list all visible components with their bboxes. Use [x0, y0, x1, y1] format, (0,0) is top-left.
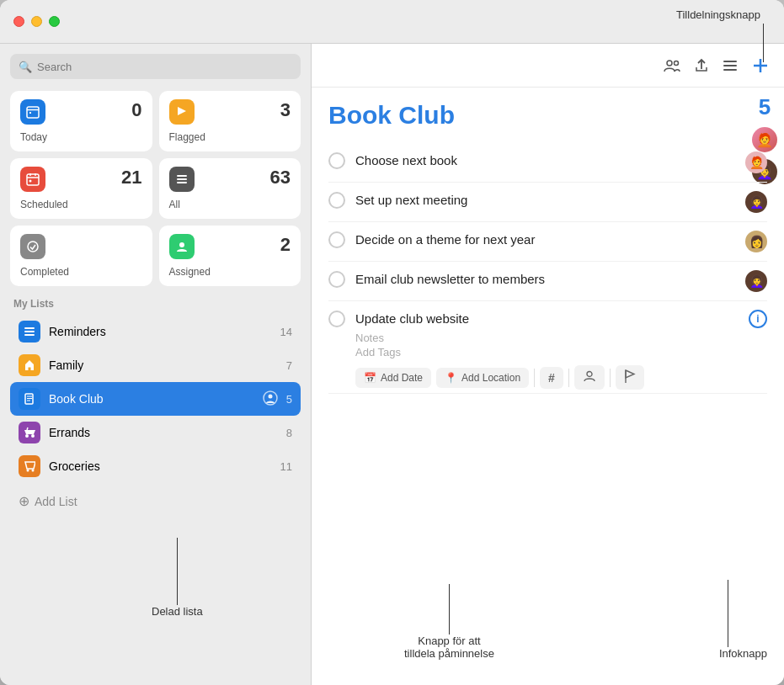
task-checkbox-4[interactable] — [328, 271, 345, 288]
assigned-label: Assigned — [169, 266, 291, 278]
close-button[interactable] — [13, 16, 24, 27]
task-action-bar: 📅 Add Date 📍 Add Location # — [328, 365, 767, 390]
maximize-button[interactable] — [49, 16, 60, 27]
add-list-row[interactable]: ⊕ Add List — [10, 486, 301, 516]
detail-panel: 5 🧑‍🦰 👩‍🦱 Book Club Choose next book 🧑‍🦰… — [312, 44, 784, 685]
task-row: Choose next book 🧑‍🦰 — [328, 143, 767, 183]
errands-label: Errands — [49, 426, 278, 439]
reminders-icon — [19, 321, 40, 342]
flag-icon — [624, 369, 636, 385]
svg-rect-0 — [27, 107, 39, 118]
all-icon — [169, 167, 195, 192]
add-date-button[interactable]: 📅 Add Date — [355, 368, 431, 388]
smart-card-assigned[interactable]: 2 Assigned — [159, 226, 301, 286]
groceries-count: 11 — [280, 460, 292, 473]
flagged-label: Flagged — [169, 131, 291, 143]
svg-point-12 — [179, 242, 184, 247]
svg-rect-14 — [24, 331, 35, 332]
smart-card-today[interactable]: 0 Today — [10, 91, 152, 151]
today-icon — [20, 99, 45, 125]
svg-rect-9 — [177, 178, 187, 180]
scheduled-label: Scheduled — [20, 199, 142, 210]
task-row-4: Email club newsletter to members 👩‍🦱 — [328, 262, 767, 301]
detail-body: 5 🧑‍🦰 👩‍🦱 Book Club Choose next book 🧑‍🦰… — [312, 88, 784, 685]
svg-point-34 — [587, 372, 592, 377]
smart-card-scheduled[interactable]: 21 Scheduled — [10, 158, 152, 219]
svg-point-25 — [27, 470, 29, 472]
svg-rect-2 — [29, 112, 31, 114]
share-icon[interactable] — [693, 57, 710, 74]
list-view-icon[interactable] — [722, 57, 739, 74]
svg-rect-31 — [723, 69, 737, 71]
add-task-button[interactable] — [750, 56, 771, 76]
task-avatar-3: 👩 — [745, 231, 767, 252]
sidebar-item-groceries[interactable]: Groceries 11 — [10, 449, 301, 483]
svg-rect-15 — [24, 334, 35, 336]
sidebar-item-family[interactable]: Family 7 — [10, 348, 301, 382]
share-users-icon[interactable] — [663, 56, 681, 75]
smart-card-all[interactable]: 63 All — [159, 158, 301, 219]
task-row-2: Set up next meeting 👩‍🦱 — [328, 183, 767, 222]
sidebar-item-reminders[interactable]: Reminders 14 — [10, 315, 301, 348]
task-checkbox-5[interactable] — [328, 311, 345, 327]
search-bar[interactable]: 🔍 — [10, 54, 301, 79]
task-row-3: Decide on a theme for next year 👩 — [328, 222, 767, 262]
app-window: Tilldelningsknapp 🔍 0 Today — [0, 0, 784, 685]
sidebar-item-errands[interactable]: Errands 8 — [10, 416, 301, 449]
task-checkbox-1[interactable] — [328, 152, 345, 169]
svg-point-27 — [667, 61, 672, 66]
svg-point-21 — [268, 394, 272, 398]
task-checkbox-2[interactable] — [328, 192, 345, 209]
svg-rect-10 — [177, 182, 187, 183]
svg-point-28 — [675, 61, 679, 65]
calendar-icon: 📅 — [364, 372, 376, 384]
smart-lists-grid: 0 Today 3 Flagged — [10, 91, 301, 286]
svg-rect-29 — [723, 61, 737, 62]
all-count: 63 — [270, 167, 291, 189]
reminders-label: Reminders — [49, 325, 272, 338]
today-count: 0 — [131, 99, 141, 121]
task-text-3: Decide on a theme for next year — [355, 231, 735, 248]
smart-card-completed[interactable]: Completed — [10, 226, 152, 286]
svg-point-5 — [29, 180, 32, 183]
groceries-icon — [19, 455, 40, 477]
reminders-count: 14 — [280, 326, 292, 338]
task-avatar-2: 👩‍🦱 — [745, 191, 767, 213]
assign-button[interactable] — [574, 365, 605, 390]
bookclub-icon — [19, 388, 40, 410]
errands-icon — [19, 422, 40, 443]
svg-rect-8 — [177, 175, 187, 177]
assigned-count: 2 — [280, 234, 291, 256]
family-count: 7 — [286, 359, 292, 372]
title-bar — [0, 0, 784, 44]
add-list-icon: ⊕ — [19, 493, 29, 509]
task-checkbox-3[interactable] — [328, 231, 345, 248]
location-icon: 📍 — [445, 372, 457, 384]
flagged-icon — [169, 99, 195, 125]
traffic-lights — [13, 16, 60, 27]
my-lists-header: My Lists — [10, 298, 301, 310]
add-list-label: Add List — [35, 495, 77, 508]
task-avatar-4: 👩‍🦱 — [745, 270, 767, 292]
minimize-button[interactable] — [31, 16, 42, 27]
search-icon: 🔍 — [19, 61, 32, 73]
smart-card-flagged[interactable]: 3 Flagged — [159, 91, 301, 151]
sidebar: 🔍 0 Today — [0, 44, 312, 685]
expanded-task-text: Update club website — [355, 310, 739, 327]
info-button[interactable]: i — [749, 310, 767, 328]
flagged-count: 3 — [280, 99, 291, 121]
member-count: 5 — [759, 94, 771, 120]
assigned-icon — [169, 234, 195, 259]
sidebar-item-bookclub[interactable]: Book Club 5 — [10, 382, 301, 416]
task-text-4: Email club newsletter to members — [355, 270, 735, 288]
person-icon — [583, 369, 596, 385]
completed-label: Completed — [20, 266, 142, 278]
detail-toolbar — [312, 44, 784, 88]
add-tag-button[interactable]: # — [540, 367, 563, 389]
flag-button[interactable] — [616, 365, 644, 390]
expanded-task-row: Update club website i Notes Add Tags 📅 A… — [328, 301, 767, 394]
add-location-button[interactable]: 📍 Add Location — [436, 368, 529, 388]
search-input[interactable] — [37, 61, 292, 73]
scheduled-icon — [20, 167, 45, 192]
svg-point-26 — [32, 470, 35, 472]
